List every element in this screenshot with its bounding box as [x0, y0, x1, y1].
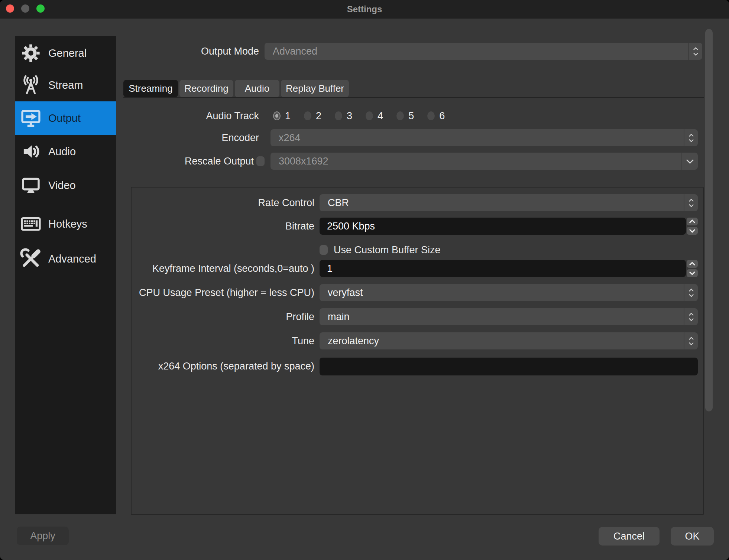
- dropdown-spinner-icon: [684, 284, 698, 301]
- encoder-settings-group: [131, 187, 704, 515]
- apply-button[interactable]: Apply: [17, 527, 69, 545]
- tab-label: Audio: [245, 83, 270, 94]
- output-mode-value: Advanced: [273, 43, 317, 60]
- bitrate-label: Bitrate: [111, 218, 314, 235]
- audio-track-radio-3[interactable]: [335, 111, 342, 120]
- sidebar-item-video[interactable]: Video: [15, 169, 116, 202]
- spin-down-button[interactable]: [687, 269, 698, 277]
- apply-button-label: Apply: [30, 530, 55, 542]
- sidebar-item-label: Stream: [48, 68, 83, 102]
- encoder-label: Encoder: [74, 129, 259, 146]
- encoder-dropdown[interactable]: x264: [270, 129, 698, 146]
- speaker-icon: [19, 140, 42, 163]
- x264-options-input[interactable]: [320, 358, 698, 375]
- tab-label: Replay Buffer: [286, 83, 344, 94]
- ok-button[interactable]: OK: [671, 527, 714, 546]
- rescale-output-checkbox[interactable]: [256, 156, 265, 166]
- settings-window: Settings General: [0, 0, 729, 560]
- audio-track-radio-6[interactable]: [427, 111, 435, 120]
- audio-track-radio-4[interactable]: [366, 111, 373, 120]
- sidebar-item-advanced[interactable]: Advanced: [15, 242, 116, 276]
- rate-control-dropdown[interactable]: CBR: [320, 194, 698, 211]
- rescale-output-value: 3008x1692: [279, 153, 328, 170]
- x264-options-label: x264 Options (separated by space): [111, 358, 314, 375]
- audio-track-label: Audio Track: [74, 107, 259, 124]
- sidebar-item-stream[interactable]: Stream: [15, 68, 116, 102]
- sidebar-item-label: Audio: [48, 135, 76, 168]
- tab-recording[interactable]: Recording: [179, 80, 233, 97]
- keyboard-icon: [19, 212, 42, 235]
- vertical-scrollbar-thumb[interactable]: [705, 29, 713, 411]
- monitor-arrow-icon: [19, 107, 42, 130]
- dropdown-spinner-icon: [684, 129, 698, 146]
- tune-label: Tune: [111, 332, 314, 349]
- audio-track-radio-group: 1 2 3 4 5 6: [273, 107, 458, 124]
- bitrate-spinner: [687, 218, 698, 235]
- radio-label: 6: [439, 110, 445, 122]
- tab-streaming[interactable]: Streaming: [123, 80, 178, 97]
- sidebar-item-label: Hotkeys: [48, 207, 87, 241]
- use-custom-buffer-size-label: Use Custom Buffer Size: [334, 241, 441, 258]
- bitrate-input[interactable]: 2500 Kbps: [320, 218, 686, 235]
- monitor-icon: [19, 174, 42, 197]
- output-tabs: Streaming Recording Audio Replay Buffer: [123, 80, 349, 97]
- cancel-button-label: Cancel: [613, 531, 645, 542]
- radio-label: 3: [347, 110, 352, 122]
- dropdown-spinner-icon: [684, 308, 698, 325]
- keyframe-interval-spinner: [687, 260, 698, 277]
- sidebar-item-label: Advanced: [48, 242, 96, 276]
- cpu-usage-preset-value: veryfast: [328, 284, 363, 301]
- radio-label: 2: [316, 110, 321, 122]
- tune-dropdown[interactable]: zerolatency: [320, 332, 698, 349]
- output-mode-label: Output Mode: [74, 43, 259, 60]
- bitrate-value: 2500 Kbps: [327, 218, 375, 235]
- audio-track-radio-5[interactable]: [396, 111, 404, 120]
- audio-track-radio-2[interactable]: [304, 111, 311, 120]
- rate-control-label: Rate Control: [111, 194, 314, 211]
- gear-icon: [19, 42, 42, 65]
- dropdown-spinner-icon: [684, 332, 698, 349]
- profile-dropdown[interactable]: main: [320, 308, 698, 325]
- titlebar: Settings: [0, 0, 729, 19]
- profile-value: main: [328, 308, 350, 325]
- dropdown-spinner-icon: [688, 43, 702, 60]
- tab-audio[interactable]: Audio: [235, 80, 279, 97]
- sidebar-item-label: Video: [48, 169, 76, 202]
- radio-label: 5: [408, 110, 414, 122]
- keyframe-interval-value: 1: [327, 260, 333, 277]
- rescale-output-label: Rescale Output: [74, 153, 254, 170]
- rescale-output-combobox[interactable]: 3008x1692: [270, 153, 698, 170]
- cpu-usage-preset-dropdown[interactable]: veryfast: [320, 284, 698, 301]
- spin-down-button[interactable]: [687, 227, 698, 235]
- encoder-value: x264: [279, 129, 301, 146]
- tab-separator: [123, 97, 704, 98]
- spin-up-button[interactable]: [687, 218, 698, 225]
- profile-label: Profile: [111, 308, 314, 325]
- dropdown-spinner-icon: [684, 194, 698, 211]
- spin-up-button[interactable]: [687, 260, 698, 268]
- window-title: Settings: [0, 0, 729, 19]
- sidebar-item-hotkeys[interactable]: Hotkeys: [15, 207, 116, 241]
- wrench-screwdriver-icon: [19, 247, 42, 270]
- chevron-down-icon: [681, 153, 698, 170]
- tab-label: Recording: [184, 83, 229, 94]
- cpu-usage-preset-label: CPU Usage Preset (higher = less CPU): [111, 284, 314, 301]
- rate-control-value: CBR: [328, 194, 349, 211]
- tune-value: zerolatency: [328, 332, 379, 349]
- ok-button-label: OK: [685, 531, 699, 542]
- output-mode-dropdown[interactable]: Advanced: [265, 43, 702, 60]
- audio-track-radio-1[interactable]: [273, 111, 281, 120]
- cancel-button[interactable]: Cancel: [599, 527, 660, 546]
- radio-label: 4: [378, 110, 383, 122]
- use-custom-buffer-size-checkbox[interactable]: [320, 245, 328, 255]
- tab-label: Streaming: [129, 83, 173, 94]
- keyframe-interval-input[interactable]: 1: [320, 260, 686, 277]
- broadcast-antenna-icon: [19, 74, 42, 97]
- radio-label: 1: [285, 110, 291, 122]
- tab-replay-buffer[interactable]: Replay Buffer: [281, 80, 349, 97]
- keyframe-interval-label: Keyframe Interval (seconds,0=auto ): [111, 260, 314, 277]
